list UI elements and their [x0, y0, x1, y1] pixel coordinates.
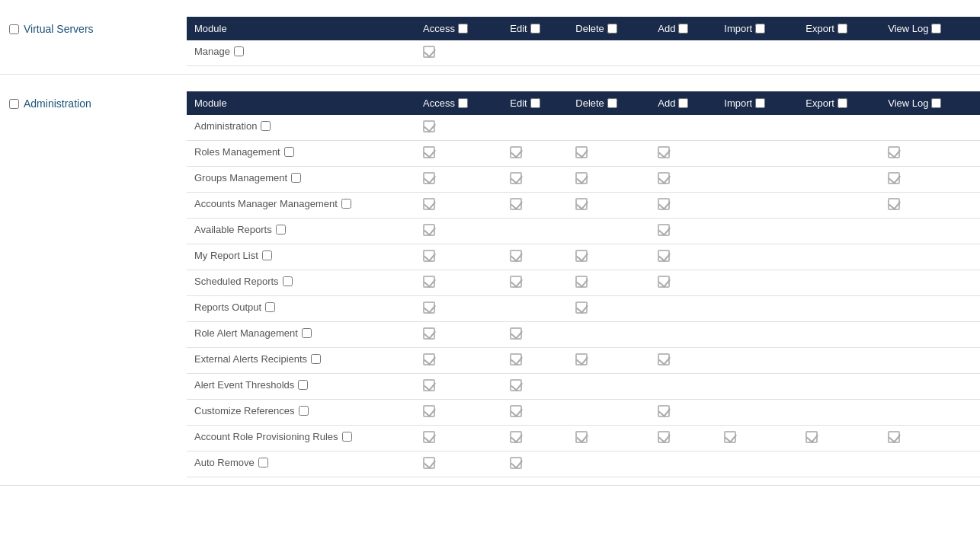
module-checkbox[interactable] — [298, 380, 308, 390]
checked-icon — [575, 172, 588, 184]
checked-icon — [510, 431, 522, 443]
module-checkbox[interactable] — [341, 199, 351, 209]
perm-cell-access — [415, 270, 502, 296]
perm-cell-viewlog — [880, 141, 980, 167]
header-access: Access — [415, 17, 502, 40]
header-label-delete: Delete — [575, 23, 604, 34]
checked-icon — [510, 327, 522, 340]
perm-cell-delete — [568, 400, 650, 426]
module-checkbox[interactable] — [262, 250, 272, 260]
checked-icon — [888, 172, 900, 184]
module-name: Reports Output — [194, 302, 261, 313]
header-delete: Delete — [568, 91, 650, 115]
checked-icon — [423, 457, 435, 469]
perm-cell-viewlog — [880, 348, 980, 374]
header-label-access: Access — [423, 23, 455, 34]
header-export: Export — [798, 91, 880, 115]
checked-icon — [423, 250, 435, 262]
perm-cell-access — [415, 348, 502, 374]
module-name-cell: Reports Output — [187, 296, 415, 318]
perm-cell-access — [415, 193, 502, 219]
header-edit: Edit — [502, 91, 568, 115]
module-name-cell: Groups Management — [187, 167, 415, 189]
perm-cell-viewlog — [880, 167, 980, 193]
perm-cell-viewlog — [880, 322, 980, 348]
header-checkbox-edit[interactable] — [530, 98, 540, 108]
header-label-export: Export — [805, 97, 834, 109]
perm-cell-export — [798, 193, 880, 219]
header-checkbox-access[interactable] — [458, 98, 468, 108]
module-checkbox[interactable] — [276, 225, 286, 235]
section-checkbox-virtual-servers[interactable] — [9, 24, 19, 34]
module-checkbox[interactable] — [342, 432, 352, 442]
checked-icon — [658, 224, 670, 236]
header-checkbox-delete[interactable] — [607, 98, 617, 108]
header-viewlog: View Log — [880, 91, 980, 115]
checked-icon — [510, 457, 522, 469]
perm-cell-import — [716, 348, 798, 374]
perm-cell-edit — [502, 115, 568, 141]
module-checkbox[interactable] — [299, 406, 309, 416]
header-checkbox-add[interactable] — [678, 24, 688, 34]
checked-icon — [724, 431, 736, 443]
module-name-cell: Alert Event Thresholds — [187, 374, 415, 396]
header-checkbox-viewlog[interactable] — [931, 24, 941, 34]
perm-cell-import — [716, 400, 798, 426]
perm-cell-export — [798, 141, 880, 167]
module-name: Accounts Manager Management — [194, 198, 338, 209]
checked-icon — [658, 146, 670, 158]
header-checkbox-export[interactable] — [837, 98, 847, 108]
header-checkbox-export[interactable] — [837, 24, 847, 34]
perm-cell-add — [650, 348, 716, 374]
header-checkbox-add[interactable] — [678, 98, 688, 108]
section-checkbox-administration[interactable] — [9, 99, 19, 109]
permissions-page: Virtual ServersModuleAccessEditDeleteAdd… — [0, 0, 980, 552]
module-checkbox[interactable] — [302, 328, 312, 338]
checked-icon — [658, 405, 670, 417]
perm-cell-import — [716, 244, 798, 270]
table-row: Auto Remove — [187, 451, 980, 477]
checked-icon — [510, 405, 522, 417]
perm-cell-access — [415, 296, 502, 322]
module-checkbox[interactable] — [284, 147, 294, 157]
header-checkbox-viewlog[interactable] — [931, 98, 941, 108]
header-checkbox-edit[interactable] — [530, 24, 540, 34]
module-checkbox[interactable] — [291, 173, 301, 183]
checked-icon — [510, 276, 522, 288]
module-checkbox[interactable] — [311, 354, 321, 364]
perm-cell-edit — [502, 40, 568, 66]
checked-icon — [510, 379, 522, 391]
section-title-administration: Administration — [24, 97, 91, 110]
header-checkbox-delete[interactable] — [607, 24, 617, 34]
section-title-virtual-servers: Virtual Servers — [24, 23, 94, 35]
perm-cell-delete — [568, 374, 650, 400]
perm-cell-import — [716, 167, 798, 193]
header-checkbox-import[interactable] — [755, 98, 765, 108]
module-checkbox[interactable] — [258, 458, 268, 467]
checked-icon — [423, 224, 435, 236]
perm-cell-viewlog — [880, 426, 980, 451]
perm-cell-add — [650, 400, 716, 426]
checked-icon — [658, 198, 670, 210]
checked-icon — [658, 172, 670, 184]
perm-cell-export — [798, 451, 880, 477]
module-checkbox[interactable] — [234, 46, 244, 56]
header-checkbox-access[interactable] — [458, 24, 468, 34]
module-checkbox[interactable] — [283, 276, 293, 286]
perm-cell-export — [798, 322, 880, 348]
checked-icon — [575, 353, 588, 365]
module-name: Manage — [194, 46, 230, 57]
module-checkbox[interactable] — [261, 121, 271, 131]
module-name-cell: Scheduled Reports — [187, 270, 415, 292]
perm-cell-import — [716, 374, 798, 400]
perm-cell-access — [415, 400, 502, 426]
perm-cell-import — [716, 296, 798, 322]
header-checkbox-import[interactable] — [755, 24, 765, 34]
perm-cell-edit — [502, 244, 568, 270]
module-name: Customize References — [194, 405, 295, 416]
module-checkbox[interactable] — [265, 302, 275, 312]
checked-icon — [658, 250, 670, 262]
perm-cell-export — [798, 115, 880, 141]
checked-icon — [575, 276, 588, 288]
module-name: Roles Management — [194, 146, 280, 158]
